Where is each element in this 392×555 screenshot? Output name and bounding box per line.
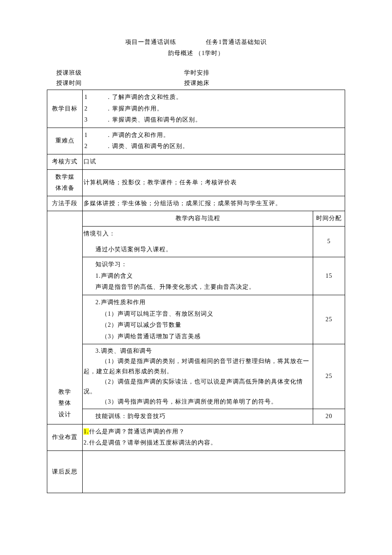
seg3-cell: 2.声调性质和作用 （1）声调可以纯正字音、有放区别词义 （2）声调可以减少音节… (83, 295, 313, 344)
seg5-cell: 技能训练：韵母发音技巧 (83, 409, 313, 424)
time-label: 授课时间 (47, 79, 184, 87)
time-header: 时间分配 (313, 211, 345, 227)
diff-2-n: 2 (84, 141, 106, 152)
seg2-cell: 知识学习： 1.声调的含义 声调是指音节的高低、升降变化形式，主要由音高决定。 (83, 257, 313, 295)
diff-label: 重难点 (47, 128, 83, 154)
seg4-l4: （3）调号指声调的符号，标注声调所使用的简单明了的符号。 (84, 397, 312, 407)
media-label-2: 体准备 (48, 183, 81, 194)
seg2-l2: 1.声调的含义 (84, 270, 312, 282)
subtitle: 韵母概述 （1学时） (47, 49, 345, 57)
goal-2-t: ．掌握声调的作用。 (106, 103, 344, 115)
goal-label: 教学目标 (47, 90, 83, 128)
header-line: 项目一普通话训练 任务1普通话基础知识 (47, 38, 345, 46)
seg4-cell: 3.调类、调值和调号 （1）调类是指声调的类别，对调值相同的音节进行整理归纳，将… (83, 344, 313, 409)
seg2-l3: 声调是指音节的高低、升降变化形式，主要由音高决定。 (84, 282, 312, 293)
goal-1-t: ．了解声调的含义和性质。 (106, 92, 344, 103)
content-header: 教学内容与流程 (83, 211, 313, 227)
seg3-l3: （2）声调可以减少音节数量 (84, 320, 312, 331)
seg5-l1: 技能训练：韵母发音技巧 (84, 411, 312, 422)
table-row: 知识学习： 1.声调的含义 声调是指音节的高低、升降变化形式，主要由音高决定。 … (47, 257, 345, 295)
design-label-3: 设计 (48, 409, 81, 421)
place-label: 授课她床 (184, 79, 345, 87)
design-label: 教学 整体 设计 (47, 211, 83, 424)
project-title: 项目一普通话训练 (125, 39, 176, 45)
class-label: 授课班级 (47, 69, 184, 77)
diff-1-t: ．声调的含义和作用。 (106, 130, 344, 141)
homework-cell: 1.什么是声调？普通话声调的作用？ 2.什么是调值？请举例描述五度标调法的内容。 (83, 424, 345, 450)
meta-row-1: 授课班级 学时安排 (47, 69, 345, 77)
task-title: 任务1普通话基础知识 (206, 39, 267, 45)
goal-2-n: 2 (84, 103, 106, 115)
reflect-label: 课后反思 (47, 450, 83, 493)
media-label: 数学媒 体准备 (47, 169, 83, 196)
goal-1-n: 1 (84, 92, 106, 103)
diff-2-t: ．调类、调值和调号的区别。 (106, 141, 344, 152)
seg2-time: 15 (313, 257, 345, 295)
table-row: 技能训练：韵母发音技巧 20 (47, 409, 345, 424)
table-row: 考核方式 口试 (47, 154, 345, 169)
goal-cell: 1．了解声调的含义和性质。 2．掌握声调的作用。 3．掌握调类、调值和调号的区别… (83, 90, 345, 128)
table-row: 重难点 1．声调的含义和作用。 2．调类、调值和调号的区别。 (47, 128, 345, 154)
reflect-cell (83, 450, 345, 493)
seg4-l3: （2）调值是指声调的实际读法，也可以说是声调高低升降的具体变化情况。 (84, 377, 312, 397)
seg3-time: 25 (313, 295, 345, 344)
goal-3-t: ．掌握调类、调值和调号的区别。 (106, 114, 344, 126)
assess-value: 口试 (83, 154, 345, 169)
homework-l1: 什么是声调？普通话声调的作用？ (89, 428, 185, 435)
homework-hl: 1. (84, 428, 89, 435)
table-row: 2.声调性质和作用 （1）声调可以纯正字音、有放区别词义 （2）声调可以减少音节… (47, 295, 345, 344)
assess-label: 考核方式 (47, 154, 83, 169)
goal-3-n: 3 (84, 114, 106, 126)
seg5-time: 20 (313, 409, 345, 424)
seg4-l1: 3.调类、调值和调号 (84, 346, 312, 356)
seg1-time: 5 (313, 226, 345, 257)
table-row: 3.调类、调值和调号 （1）调类是指声调的类别，对调值相同的音节进行整理归纳，将… (47, 344, 345, 409)
lesson-table: 教学目标 1．了解声调的含义和性质。 2．掌握声调的作用。 3．掌握调类、调值和… (47, 90, 345, 493)
table-row: 情境引入： 通过小笑话案例导入课程。 5 (47, 226, 345, 257)
seg3-l1: 2.声调性质和作用 (84, 297, 312, 308)
hours-label: 学时安排 (184, 69, 345, 77)
seg1-l1: 情境引入： (84, 228, 312, 240)
seg3-l4: （3）声调给普通话增加了语言美感 (84, 331, 312, 343)
homework-label: 作业布置 (47, 424, 83, 450)
seg2-l1: 知识学习： (84, 259, 312, 270)
table-row: 课后反思 (47, 450, 345, 493)
diff-1-n: 1 (84, 130, 106, 141)
seg1-cell: 情境引入： 通过小笑话案例导入课程。 (83, 226, 313, 257)
seg4-l2: （1）调类是指声调的类别，对调值相同的音节进行整理归纳，将其放在一起，建立起来归… (84, 356, 312, 377)
homework-l2: 2.什么是调值？请举例描述五度标调法的内容。 (84, 437, 344, 449)
table-row: 教学 整体 设计 教学内容与流程 时间分配 (47, 211, 345, 227)
seg4-time: 25 (313, 344, 345, 409)
method-label: 方法手段 (47, 196, 83, 211)
table-row: 作业布置 1.什么是声调？普通话声调的作用？ 2.什么是调值？请举例描述五度标调… (47, 424, 345, 450)
seg1-l2: 通过小笑话案例导入课程。 (84, 244, 312, 256)
diff-cell: 1．声调的含义和作用。 2．调类、调值和调号的区别。 (83, 128, 345, 154)
design-label-1: 教学 (48, 386, 81, 398)
method-value: 多媒体讲授；学生体验；分组活动；成果汇报；成果答辩与学生互评。 (83, 196, 345, 211)
seg3-l2: （1）声调可以纯正字音、有放区别词义 (84, 308, 312, 320)
table-row: 方法手段 多媒体讲授；学生体验；分组活动；成果汇报；成果答辩与学生互评。 (47, 196, 345, 211)
media-label-1: 数学媒 (48, 171, 81, 183)
media-value: 计算机网络；投影仪；教学课件；任务单；考核评价表 (83, 169, 345, 196)
table-row: 教学目标 1．了解声调的含义和性质。 2．掌握声调的作用。 3．掌握调类、调值和… (47, 90, 345, 128)
table-row: 数学媒 体准备 计算机网络；投影仪；教学课件；任务单；考核评价表 (47, 169, 345, 196)
design-label-2: 整体 (48, 398, 81, 409)
meta-row-2: 授课时间 授课她床 (47, 79, 345, 87)
